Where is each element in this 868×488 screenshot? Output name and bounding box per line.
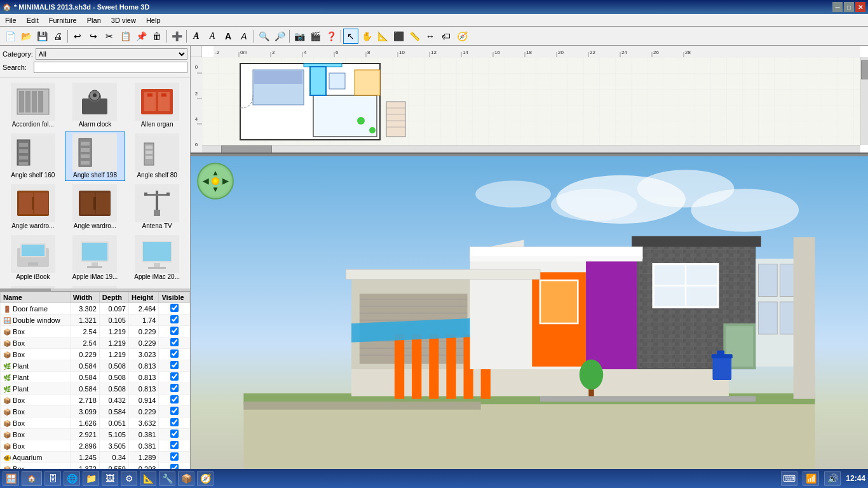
toolbar-label[interactable]: 🏷 xyxy=(438,29,454,44)
taskbar-tools[interactable]: 🔧 xyxy=(159,471,175,486)
taskbar-volume[interactable]: 🔊 xyxy=(824,471,841,486)
menu-edit[interactable]: Edit xyxy=(22,15,44,25)
table-row[interactable]: 🚪 Door frame 3.302 0.097 2.464 xyxy=(1,303,190,315)
toolbar-new[interactable]: 📄 xyxy=(3,29,18,44)
taskbar-keyboard[interactable]: ⌨ xyxy=(781,471,797,486)
cell-visible[interactable] xyxy=(159,452,190,463)
toolbar-wall[interactable]: 📐 xyxy=(375,29,390,44)
table-row[interactable]: 📦 Box 1.626 0.051 3.632 xyxy=(1,417,190,429)
toolbar-zoom-out[interactable]: 🔎 xyxy=(272,29,287,44)
furniture-item[interactable]: ... xyxy=(65,284,126,288)
furniture-item[interactable]: Angle wardro... xyxy=(3,182,64,232)
furniture-item[interactable]: Angle shelf 198 xyxy=(65,132,126,181)
menu-furniture[interactable]: Furniture xyxy=(44,15,82,25)
toolbar-print[interactable]: 🖨 xyxy=(50,29,65,44)
furniture-item[interactable]: ... xyxy=(3,284,64,288)
cell-visible[interactable] xyxy=(159,383,190,395)
taskbar-folder[interactable]: 📁 xyxy=(83,471,99,486)
cell-visible[interactable] xyxy=(159,315,190,326)
3d-view[interactable]: ▲ ▼ ◀ ▶ xyxy=(191,156,868,469)
cell-visible[interactable] xyxy=(159,440,190,452)
cell-visible[interactable] xyxy=(159,372,190,383)
taskbar-cad[interactable]: 📐 xyxy=(140,471,156,486)
furniture-item[interactable]: Angle shelf 160 xyxy=(3,132,64,181)
furniture-item[interactable]: Apple iMac 19... xyxy=(65,233,126,283)
table-row[interactable]: 🌿 Plant 0.584 0.508 0.813 xyxy=(1,372,190,383)
toolbar-select[interactable]: ↖ xyxy=(343,29,358,44)
table-row[interactable]: 📦 Box 3.099 0.584 0.229 xyxy=(1,406,190,417)
toolbar-zoom-in[interactable]: 🔍 xyxy=(256,29,271,44)
cell-visible[interactable] xyxy=(159,406,190,417)
taskbar-settings[interactable]: ⚙ xyxy=(121,471,137,486)
cell-visible[interactable] xyxy=(159,360,190,372)
cell-visible[interactable] xyxy=(159,326,190,337)
menu-help[interactable]: Help xyxy=(141,15,166,25)
toolbar-paste[interactable]: 📌 xyxy=(133,29,149,44)
table-row[interactable]: 📦 Box 2.718 0.432 0.914 xyxy=(1,395,190,406)
table-row[interactable]: 📦 Box 0.229 1.219 3.023 xyxy=(1,349,190,360)
search-input[interactable] xyxy=(34,62,187,73)
toolbar-add-furniture[interactable]: ➕ xyxy=(169,29,184,44)
furniture-item[interactable]: Alarm clock xyxy=(65,81,126,130)
toolbar-copy[interactable]: 📋 xyxy=(118,29,133,44)
category-select[interactable]: All xyxy=(36,48,187,60)
cell-visible[interactable] xyxy=(159,429,190,440)
table-row[interactable]: 📦 Box 2.54 1.219 0.229 xyxy=(1,337,190,349)
table-row[interactable]: 📦 Box 1.372 0.559 0.203 xyxy=(1,463,190,470)
toolbar-open[interactable]: 📂 xyxy=(18,29,34,44)
toolbar-polyline[interactable]: 📏 xyxy=(407,29,422,44)
toolbar-help[interactable]: ❓ xyxy=(323,29,339,44)
table-row[interactable]: 🌿 Plant 0.584 0.508 0.813 xyxy=(1,360,190,372)
table-row[interactable]: 🪟 Double window 1.321 0.105 1.74 xyxy=(1,315,190,326)
toolbar-text3[interactable]: A xyxy=(220,29,236,44)
floor-plan-canvas[interactable] xyxy=(202,57,860,145)
menu-plan[interactable]: Plan xyxy=(82,15,106,25)
col-width[interactable]: Width xyxy=(70,292,99,303)
table-row[interactable]: 📦 Box 2.921 5.105 0.381 xyxy=(1,429,190,440)
toolbar-photo[interactable]: 📷 xyxy=(292,29,307,44)
toolbar-delete[interactable]: 🗑 xyxy=(149,29,165,44)
furniture-item[interactable]: Angle wardro... xyxy=(65,182,126,232)
cell-visible[interactable] xyxy=(159,395,190,406)
toolbar-text4[interactable]: A xyxy=(236,29,252,44)
toolbar-video[interactable]: 🎬 xyxy=(308,29,323,44)
taskbar-start[interactable]: 🪟 xyxy=(3,471,19,486)
cell-visible[interactable] xyxy=(159,417,190,429)
toolbar-cut[interactable]: ✂ xyxy=(102,29,117,44)
toolbar-undo[interactable]: ↩ xyxy=(70,29,85,44)
close-button[interactable]: ✕ xyxy=(855,2,865,12)
col-visible[interactable]: Visible xyxy=(159,292,190,303)
toolbar-text1[interactable]: A xyxy=(189,29,204,44)
minimize-button[interactable]: ─ xyxy=(832,2,843,12)
taskbar-compass[interactable]: 🧭 xyxy=(197,471,214,486)
col-depth[interactable]: Depth xyxy=(99,292,128,303)
taskbar-browser[interactable]: 🌐 xyxy=(64,471,80,486)
taskbar-network[interactable]: 📶 xyxy=(803,471,819,486)
menu-3dview[interactable]: 3D view xyxy=(106,15,141,25)
toolbar-pan[interactable]: ✋ xyxy=(359,29,374,44)
table-row[interactable]: 🐠 Aquarium 1.245 0.34 1.289 xyxy=(1,452,190,463)
navigation-control[interactable]: ▲ ▼ ◀ ▶ xyxy=(197,163,234,200)
cell-visible[interactable] xyxy=(159,337,190,349)
cell-visible[interactable] xyxy=(159,463,190,470)
toolbar-redo[interactable]: ↪ xyxy=(86,29,101,44)
taskbar-app-sweethome[interactable]: 🏠 xyxy=(22,471,42,486)
taskbar-files[interactable]: 🗄 xyxy=(44,471,61,486)
toolbar-room[interactable]: ⬛ xyxy=(391,29,406,44)
menu-file[interactable]: File xyxy=(0,15,22,25)
furniture-item[interactable]: Angle shelf 80 xyxy=(126,132,187,181)
taskbar-apps[interactable]: 📦 xyxy=(178,471,194,486)
col-height[interactable]: Height xyxy=(128,292,158,303)
furniture-item[interactable]: Apple iBook xyxy=(3,233,64,283)
toolbar-save[interactable]: 💾 xyxy=(34,29,50,44)
table-row[interactable]: 📦 Box 2.54 1.219 0.229 xyxy=(1,326,190,337)
cell-visible[interactable] xyxy=(159,303,190,315)
table-row[interactable]: 🌿 Plant 0.584 0.508 0.813 xyxy=(1,383,190,395)
toolbar-dimension[interactable]: ↔ xyxy=(423,29,438,44)
col-name[interactable]: Name xyxy=(1,292,71,303)
furniture-item[interactable]: Accordion fol... xyxy=(3,81,64,130)
maximize-button[interactable]: □ xyxy=(844,2,854,12)
toolbar-text2[interactable]: A xyxy=(205,29,220,44)
cell-visible[interactable] xyxy=(159,349,190,360)
table-row[interactable]: 📦 Box 2.896 3.505 0.381 xyxy=(1,440,190,452)
